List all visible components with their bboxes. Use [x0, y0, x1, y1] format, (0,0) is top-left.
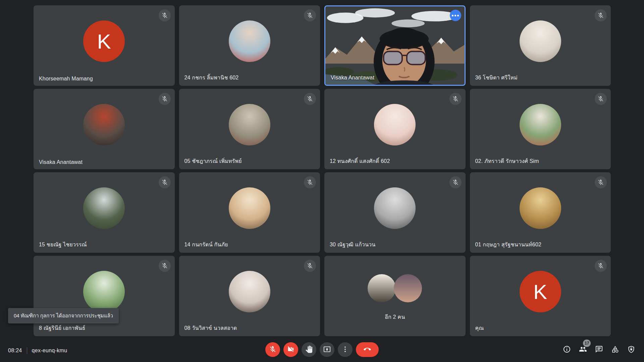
avatar — [83, 187, 125, 229]
participant-name: 08 วันวิสาข์ นวลสอาด — [184, 324, 237, 332]
avatar — [520, 187, 561, 229]
panel-controls: 17 — [559, 342, 639, 357]
participant-tile[interactable]: 15 ชยณัฐ ไชยวรรณ์ — [34, 172, 175, 253]
participant-name: 02. ภัทราวดี รักษาวงศ์ Sim — [475, 157, 539, 165]
host-controls-button[interactable] — [623, 342, 639, 357]
activities-icon — [611, 345, 619, 354]
people-button[interactable]: 17 — [575, 342, 591, 357]
meeting-code: qex-eunq-kmu — [32, 348, 67, 354]
avatar — [374, 187, 416, 229]
participant-name: อีก 2 คน — [324, 313, 466, 321]
more-options-button[interactable] — [338, 342, 353, 357]
mic-off-indicator — [595, 260, 607, 272]
participant-tile[interactable]: 14 กนกรัตน์ กันภัย — [179, 172, 320, 253]
participant-tile[interactable]: 05 ชัชฎาภรณ์ เพิ่มทรัพย์ — [179, 89, 320, 169]
info-icon — [563, 345, 571, 354]
participant-tile[interactable]: 02. ภัทราวดี รักษาวงศ์ Sim — [470, 89, 611, 169]
avatar: K — [520, 271, 561, 312]
more-options-icon — [341, 346, 349, 354]
avatar-pair — [368, 274, 422, 302]
participant-name: คุณ — [475, 324, 484, 332]
raise-hand-icon — [305, 346, 313, 354]
participant-tile[interactable]: 36 โชษิตา ศรีใหม่ — [470, 5, 611, 86]
participant-tile[interactable]: Visaka Anantawat — [34, 89, 175, 169]
shield-lock-icon — [627, 345, 635, 354]
avatar — [83, 104, 125, 145]
end-call-button[interactable] — [356, 342, 379, 357]
participant-tile[interactable]: 8 ณัฐรินีย์ เอกาพันธ์ — [34, 256, 175, 336]
participant-tile[interactable]: 01 กฤษฎา สุรัฐชนานนท์602 — [470, 172, 611, 253]
chat-button[interactable] — [591, 342, 607, 357]
camera-off-button[interactable] — [283, 342, 298, 357]
pair-avatar — [394, 274, 422, 302]
participant-tile[interactable]: Visaka Anantawat — [324, 5, 466, 86]
participant-name: 01 กฤษฎา สุรัฐชนานนท์602 — [475, 240, 542, 249]
more-options-icon — [452, 15, 453, 16]
mic-off-indicator — [304, 260, 316, 272]
video-feed — [325, 6, 465, 85]
participant-tile[interactable]: K Khorseemah Mamang — [34, 5, 175, 86]
participant-tile[interactable]: 24 กชกร ลิ้มพานิช 602 — [179, 5, 320, 86]
avatar — [229, 187, 270, 229]
participant-name: 36 โชษิตา ศรีใหม่ — [475, 73, 518, 82]
mic-off-indicator — [449, 176, 462, 188]
mic-off-indicator — [595, 176, 607, 188]
raise-hand-button[interactable] — [302, 342, 316, 357]
camera-off-icon — [287, 346, 294, 354]
mic-off-indicator — [595, 9, 607, 21]
meeting-info: 08:24 qex-eunq-kmu — [8, 347, 67, 354]
present-screen-icon — [323, 346, 331, 354]
toast-text: 04 ทัณฑิกา กุลการ ได้ออกจากการประชุมแล้ว — [14, 313, 113, 318]
avatar — [229, 271, 270, 312]
mic-off-indicator — [304, 93, 316, 105]
activities-button[interactable] — [607, 342, 623, 357]
avatar — [83, 271, 125, 312]
bottom-bar: 08:24 qex-eunq-kmu 17 — [0, 336, 644, 362]
mic-off-indicator — [304, 9, 316, 21]
mic-off-indicator — [159, 176, 171, 188]
mic-off-indicator — [449, 93, 462, 105]
participant-tile[interactable]: 12 ทนงศักดิ์ แสงศักดิ์ 602 — [324, 89, 466, 169]
mic-off-indicator — [159, 9, 171, 21]
tile-options-button[interactable] — [450, 10, 461, 21]
participant-name: 15 ชยณัฐ ไชยวรรณ์ — [39, 240, 87, 249]
participant-tile[interactable]: 08 วันวิสาข์ นวลสอาด — [179, 256, 320, 336]
mic-off-indicator — [595, 93, 607, 105]
participant-tile[interactable]: อีก 2 คน — [324, 256, 466, 336]
mic-off-icon — [269, 346, 276, 354]
participant-name: 24 กชกร ลิ้มพานิช 602 — [184, 73, 239, 82]
mic-off-indicator — [159, 93, 171, 105]
participant-count-badge: 17 — [583, 340, 591, 347]
participant-name: 14 กนกรัตน์ กันภัย — [184, 240, 228, 249]
meeting-details-button[interactable] — [559, 342, 575, 357]
participant-name: 12 ทนงศักดิ์ แสงศักดิ์ 602 — [330, 157, 390, 165]
participant-name: Khorseemah Mamang — [39, 76, 93, 82]
pair-avatar — [368, 274, 396, 302]
avatar: K — [83, 20, 125, 62]
avatar — [520, 104, 561, 145]
participant-name: 30 ณัฐวุฒิ แก้วนวน — [330, 240, 375, 249]
participant-name: Visaka Anantawat — [39, 159, 83, 165]
present-screen-button[interactable] — [320, 342, 334, 357]
avatar — [229, 104, 270, 145]
divider — [27, 347, 27, 354]
avatar — [520, 20, 561, 62]
participant-grid: K Khorseemah Mamang — [34, 5, 611, 336]
clock: 08:24 — [8, 348, 22, 354]
mic-off-indicator — [159, 260, 171, 272]
mic-off-indicator — [304, 176, 316, 188]
participant-name: Visaka Anantawat — [331, 75, 374, 81]
chat-icon — [595, 345, 603, 354]
participant-name: 05 ชัชฎาภรณ์ เพิ่มทรัพย์ — [184, 157, 242, 165]
mic-off-button[interactable] — [265, 342, 280, 357]
end-call-icon — [364, 346, 371, 354]
avatar — [374, 104, 416, 145]
participant-name: 8 ณัฐรินีย์ เอกาพันธ์ — [39, 324, 85, 332]
avatar — [229, 20, 270, 62]
toast-notification: 04 ทัณฑิกา กุลการ ได้ออกจากการประชุมแล้ว — [8, 308, 119, 323]
participant-tile[interactable]: 30 ณัฐวุฒิ แก้วนวน — [324, 172, 466, 253]
participant-tile[interactable]: K คุณ — [470, 256, 611, 336]
call-controls — [265, 342, 379, 357]
